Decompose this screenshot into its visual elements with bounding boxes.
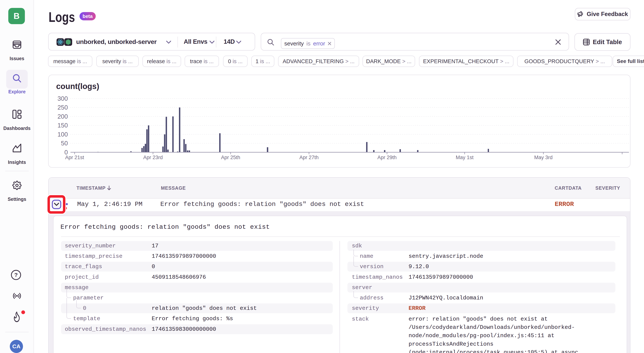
svg-text:May 1st: May 1st	[456, 155, 474, 160]
svg-text:Apr 29th: Apr 29th	[378, 155, 396, 160]
svg-text:300: 300	[58, 95, 68, 102]
svg-text:May 3rd: May 3rd	[534, 155, 552, 160]
svg-text:Apr 21st: Apr 21st	[65, 155, 84, 160]
svg-text:100: 100	[58, 131, 68, 138]
svg-text:?: ?	[14, 272, 18, 278]
svg-text:200: 200	[58, 113, 68, 120]
svg-text:150: 150	[58, 122, 68, 129]
svg-text:250: 250	[58, 104, 68, 111]
svg-text:50: 50	[61, 140, 68, 147]
svg-text:Apr 25th: Apr 25th	[221, 155, 240, 160]
svg-text:Apr 27th: Apr 27th	[300, 155, 318, 160]
svg-text:Apr 23rd: Apr 23rd	[143, 155, 163, 160]
